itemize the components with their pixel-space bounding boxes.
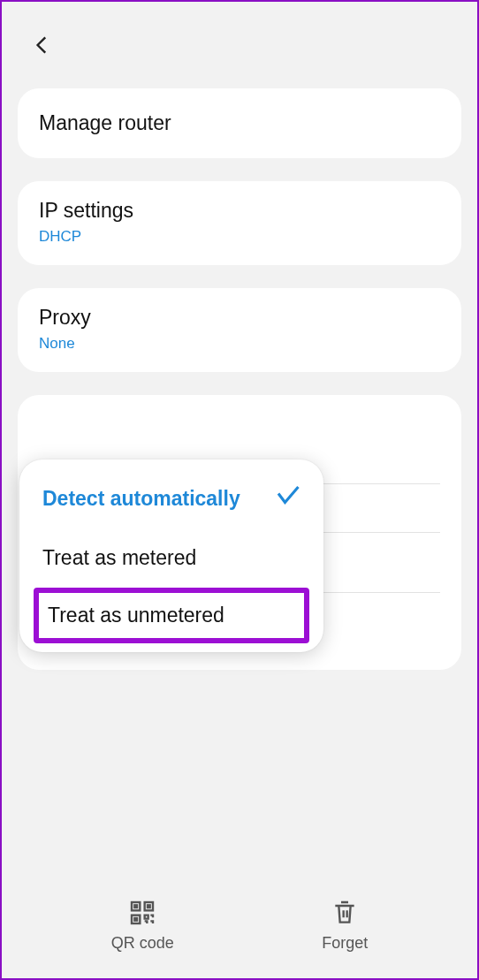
qr-code-icon: [128, 899, 156, 927]
qr-code-button[interactable]: QR code: [111, 899, 174, 953]
chevron-left-icon: [31, 34, 54, 57]
ip-settings-label: IP settings: [39, 199, 440, 223]
option-treat-as-metered[interactable]: Treat as metered: [19, 530, 323, 586]
option-detect-automatically[interactable]: Detect automatically: [19, 467, 323, 530]
option-label: Treat as unmetered: [48, 604, 224, 627]
option-treat-as-unmetered[interactable]: Treat as unmetered: [34, 588, 309, 643]
ip-settings-value: DHCP: [39, 228, 440, 246]
proxy-value: None: [39, 335, 440, 353]
proxy-label: Proxy: [39, 306, 440, 330]
option-label: Treat as metered: [42, 546, 196, 570]
option-label: Detect automatically: [42, 487, 240, 511]
svg-rect-4: [148, 905, 150, 908]
back-button[interactable]: [30, 33, 55, 57]
trash-icon: [331, 899, 359, 927]
proxy-item[interactable]: Proxy None: [18, 288, 461, 372]
forget-label: Forget: [322, 934, 368, 953]
svg-rect-3: [135, 905, 138, 908]
forget-button[interactable]: Forget: [322, 899, 368, 953]
manage-router-item[interactable]: Manage router: [18, 88, 461, 158]
ip-settings-item[interactable]: IP settings DHCP: [18, 181, 461, 265]
metered-popup: Detect automatically Treat as metered Tr…: [19, 460, 323, 652]
check-icon: [274, 482, 300, 514]
svg-rect-5: [135, 918, 138, 921]
bottom-bar: QR code Forget: [2, 881, 477, 978]
manage-router-label: Manage router: [39, 111, 440, 135]
qr-code-label: QR code: [111, 934, 174, 953]
